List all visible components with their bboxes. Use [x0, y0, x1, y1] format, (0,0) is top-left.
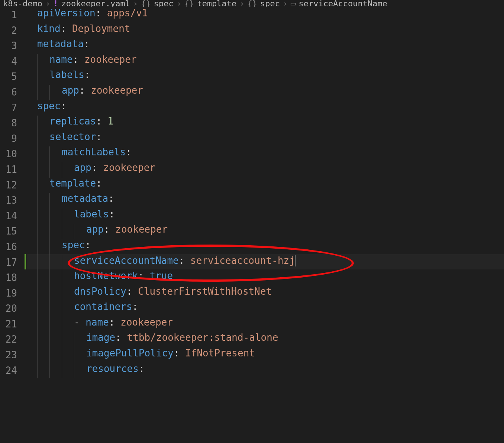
code-line[interactable]: image: ttbb/zookeeper:stand-alone — [27, 332, 504, 347]
indent-guide — [49, 332, 50, 347]
line-number: 19 — [0, 286, 17, 301]
line-number: 11 — [0, 162, 17, 178]
breadcrumb-item[interactable]: serviceAccountName — [299, 0, 387, 7]
code-line[interactable]: - name: zookeeper — [27, 317, 504, 332]
line-number: 12 — [0, 178, 17, 193]
indent-guide — [49, 270, 50, 286]
indent-guide — [37, 208, 38, 224]
code-line[interactable]: replicas: 1 — [27, 116, 504, 131]
breadcrumb-item[interactable]: spec — [154, 0, 174, 7]
indent-guide — [49, 224, 50, 239]
indent-guide — [49, 347, 50, 363]
code-line[interactable]: labels: — [27, 208, 504, 224]
indent-guide — [37, 54, 38, 69]
token-key: metadata — [37, 38, 84, 49]
indent-guide — [37, 347, 38, 363]
code-line[interactable]: metadata: — [27, 38, 504, 54]
code-line[interactable]: name: zookeeper — [27, 54, 504, 69]
indent-guide — [49, 301, 50, 317]
indent-guide — [62, 286, 62, 301]
token-punct: : — [126, 286, 138, 297]
code-line[interactable]: metadata: — [27, 193, 504, 208]
indent-guide — [37, 270, 38, 286]
code-content[interactable]: apiVersion: apps/v1kind: Deploymentmetad… — [27, 7, 504, 443]
line-number: 21 — [0, 317, 17, 332]
code-line[interactable]: spec: — [27, 100, 504, 116]
token-key: spec — [37, 100, 61, 111]
breadcrumb-item[interactable]: spec — [260, 0, 280, 7]
indent-guide — [49, 162, 50, 178]
token-bool: true — [150, 270, 173, 281]
token-key: dnsPolicy — [74, 286, 126, 297]
code-line[interactable]: spec: — [27, 239, 504, 255]
token-key: name — [49, 54, 73, 65]
token-key: matchLabels — [62, 146, 126, 158]
token-key: imagePullPolicy — [86, 347, 174, 359]
indent-guide — [49, 286, 50, 301]
indent-guide — [37, 317, 38, 332]
code-line[interactable]: app: zookeeper — [27, 162, 504, 178]
indent-guide — [49, 208, 50, 224]
indent-guide — [62, 317, 62, 332]
token-key: app — [74, 162, 91, 173]
code-line[interactable]: matchLabels: — [27, 146, 504, 162]
code-line[interactable]: labels: — [27, 69, 504, 85]
token-punct: : — [79, 85, 91, 96]
line-number: 18 — [0, 270, 17, 286]
code-line[interactable]: serviceAccountName: serviceaccount-hzj — [27, 255, 504, 271]
token-key: labels — [49, 69, 84, 80]
indent-guide — [49, 239, 50, 255]
breadcrumb-item[interactable]: template — [197, 0, 236, 7]
breadcrumb[interactable]: k8s-demo › ! zookeeper.yaml › {} spec › … — [0, 0, 504, 7]
indent-guide — [37, 255, 38, 271]
indent-guide — [62, 332, 62, 347]
token-num: 1 — [108, 116, 114, 127]
token-punct: : — [108, 193, 114, 204]
code-line[interactable]: kind: Deployment — [27, 23, 504, 39]
line-number: 17 — [0, 255, 17, 271]
indent-guide — [74, 332, 74, 347]
token-str: Deployment — [72, 23, 130, 34]
token-punct: : — [73, 54, 84, 65]
token-punct: : — [85, 239, 91, 250]
indent-guide — [49, 193, 50, 208]
code-line[interactable]: app: zookeeper — [27, 85, 504, 100]
token-key: app — [86, 224, 104, 235]
object-icon: {} — [248, 0, 258, 7]
breadcrumb-item[interactable]: k8s-demo — [3, 0, 42, 7]
indent-guide — [37, 131, 38, 147]
token-str: zookeeper — [84, 54, 137, 65]
code-line[interactable]: selector: — [27, 131, 504, 147]
token-key: spec — [62, 239, 85, 250]
code-line[interactable]: hostNetwork: true — [27, 270, 504, 286]
object-icon: {} — [141, 0, 151, 7]
code-editor[interactable]: 123456789101112131415161718192021222324 … — [0, 7, 504, 443]
indent-guide — [74, 347, 74, 363]
indent-guide — [49, 255, 50, 271]
code-line[interactable]: resources: — [27, 363, 504, 379]
line-number: 14 — [0, 208, 17, 224]
text-cursor — [295, 255, 295, 266]
indent-guide — [74, 363, 74, 379]
indent-guide — [74, 224, 74, 239]
indent-guide — [62, 162, 62, 178]
indent-guide — [49, 363, 50, 379]
code-line[interactable]: template: — [27, 178, 504, 193]
indent-guide — [37, 286, 38, 301]
code-line[interactable]: dnsPolicy: ClusterFirstWithHostNet — [27, 286, 504, 301]
code-line[interactable]: apiVersion: apps/v1 — [27, 7, 504, 23]
indent-guide — [37, 332, 38, 347]
token-key: containers — [74, 301, 132, 312]
token-key: replicas — [49, 116, 96, 127]
token-dash: - — [74, 317, 85, 328]
token-key: metadata — [62, 193, 108, 204]
token-str: ClusterFirstWithHostNet — [138, 286, 272, 297]
code-line[interactable]: containers: — [27, 301, 504, 317]
indent-guide — [62, 208, 62, 224]
chevron-right-icon: › — [239, 0, 244, 7]
indent-guide — [49, 85, 50, 100]
code-line[interactable]: imagePullPolicy: IfNotPresent — [27, 347, 504, 363]
breadcrumb-item[interactable]: zookeeper.yaml — [61, 0, 130, 7]
code-line[interactable]: app: zookeeper — [27, 224, 504, 239]
token-str: zookeeper — [103, 162, 155, 173]
